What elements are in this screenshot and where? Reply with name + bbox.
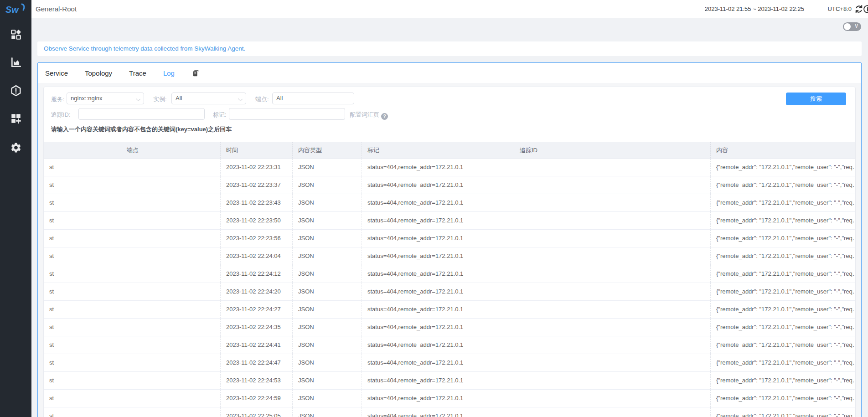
log-widget-card: 服务: nginx::nginx 实例: All 端点: All 搜索 追踪ID… [43, 87, 856, 417]
log-table: 端点时间内容类型标记追踪ID内容 st2023-11-02 22:23:31JS… [44, 142, 855, 417]
cell-time: 2023-11-02 22:24:04 [221, 247, 293, 265]
help-question-icon[interactable]: ? [381, 113, 388, 120]
dashboards-icon [10, 57, 22, 68]
cell-content: {"remote_addr": "172.21.0.1","remote_use… [711, 230, 855, 247]
cell-service: st [44, 194, 121, 211]
table-row[interactable]: st2023-11-02 22:23:56JSONstatus=404,remo… [44, 230, 855, 247]
cell-content: {"remote_addr": "172.21.0.1","remote_use… [711, 265, 855, 283]
sidebar-item-alerting[interactable] [10, 85, 22, 97]
table-row[interactable]: st2023-11-02 22:24:59JSONstatus=404,remo… [44, 390, 855, 407]
vocabulary-link-label: 配置词汇页 [350, 111, 379, 118]
instance-select[interactable]: All [171, 93, 246, 104]
cell-content: {"remote_addr": "172.21.0.1","remote_use… [711, 212, 855, 229]
cell-trace_id [514, 407, 711, 417]
sidebar-item-widgets[interactable] [10, 113, 22, 124]
table-row[interactable]: st2023-11-02 22:24:12JSONstatus=404,remo… [44, 265, 855, 283]
cell-service: st [44, 159, 121, 176]
cell-content: {"remote_addr": "172.21.0.1","remote_use… [711, 247, 855, 265]
endpoint-input-value: All [276, 95, 283, 102]
cell-content_type: JSON [293, 247, 362, 265]
cell-content_type: JSON [293, 372, 362, 389]
service-select[interactable]: nginx::nginx [67, 93, 144, 104]
tab-service[interactable]: Service [45, 69, 68, 77]
cell-endpoint [121, 301, 221, 318]
table-row[interactable]: st2023-11-02 22:24:47JSONstatus=404,remo… [44, 354, 855, 372]
cell-trace_id [514, 301, 711, 318]
tab-log[interactable]: Log [163, 69, 175, 77]
column-header: 内容 [711, 142, 855, 158]
table-row[interactable]: st2023-11-02 22:24:20JSONstatus=404,remo… [44, 283, 855, 301]
cell-tags: status=404,remote_addr=172.21.0.1 [362, 354, 514, 371]
vocabulary-link[interactable]: 配置词汇页? [350, 111, 388, 120]
cell-service: st [44, 336, 121, 354]
time-range[interactable]: 2023-11-02 21:55 ~ 2023-11-02 22:25 [705, 5, 804, 12]
trace-id-input[interactable] [78, 108, 205, 120]
cell-endpoint [121, 319, 221, 336]
sidebar: Sw [0, 0, 31, 417]
table-row[interactable]: st2023-11-02 22:24:27JSONstatus=404,remo… [44, 301, 855, 319]
table-row[interactable]: st2023-11-02 22:23:31JSONstatus=404,remo… [44, 159, 855, 176]
table-row[interactable]: st2023-11-02 22:24:35JSONstatus=404,remo… [44, 319, 855, 336]
cell-content_type: JSON [293, 407, 362, 417]
cell-content: {"remote_addr": "172.21.0.1","remote_use… [711, 372, 855, 389]
cell-content_type: JSON [293, 336, 362, 354]
cell-content: {"remote_addr": "172.21.0.1","remote_use… [711, 319, 855, 336]
cell-tags: status=404,remote_addr=172.21.0.1 [362, 176, 514, 194]
table-row[interactable]: st2023-11-02 22:23:43JSONstatus=404,remo… [44, 194, 855, 212]
cell-content_type: JSON [293, 212, 362, 229]
cell-endpoint [121, 336, 221, 354]
cell-content_type: JSON [293, 265, 362, 283]
service-label: 服务: [51, 95, 65, 103]
table-row[interactable]: st2023-11-02 22:24:53JSONstatus=404,remo… [44, 372, 855, 390]
cell-trace_id [514, 319, 711, 336]
tab-trace[interactable]: Trace [129, 69, 146, 77]
table-row[interactable]: st2023-11-02 22:23:37JSONstatus=404,remo… [44, 176, 855, 194]
svg-text:Sw: Sw [5, 5, 19, 15]
cell-tags: status=404,remote_addr=172.21.0.1 [362, 265, 514, 283]
cell-content_type: JSON [293, 176, 362, 194]
cell-trace_id [514, 265, 711, 283]
cell-endpoint [121, 247, 221, 265]
copy-icon[interactable] [191, 69, 200, 77]
cell-tags: status=404,remote_addr=172.21.0.1 [362, 194, 514, 211]
sidebar-item-dashboards[interactable] [10, 57, 22, 68]
tags-label: 标记: [213, 111, 227, 119]
table-row[interactable]: st2023-11-02 22:24:41JSONstatus=404,remo… [44, 336, 855, 354]
marketplace-icon [10, 29, 22, 41]
cell-content_type: JSON [293, 283, 362, 300]
view-edit-toggle[interactable]: V [843, 22, 861, 31]
tags-input[interactable] [229, 108, 345, 120]
column-header: 内容类型 [293, 142, 362, 158]
chevron-down-icon [238, 97, 243, 101]
table-row[interactable]: st2023-11-02 22:25:05JSONstatus=404,remo… [44, 407, 855, 417]
cell-trace_id [514, 390, 711, 407]
endpoint-label: 端点: [255, 95, 269, 103]
cell-content_type: JSON [293, 194, 362, 211]
trace-id-label: 追踪ID: [51, 111, 71, 119]
cell-tags: status=404,remote_addr=172.21.0.1 [362, 301, 514, 318]
cell-trace_id [514, 336, 711, 354]
cell-service: st [44, 319, 121, 336]
timezone-label[interactable]: UTC+8:0 [828, 5, 852, 12]
cell-endpoint [121, 194, 221, 211]
alerting-icon [10, 85, 22, 97]
skywalking-logo[interactable]: Sw [5, 3, 27, 16]
cell-content: {"remote_addr": "172.21.0.1","remote_use… [711, 390, 855, 407]
sidebar-item-settings[interactable] [10, 142, 22, 154]
refresh-icon[interactable] [854, 5, 863, 14]
search-button[interactable]: 搜索 [786, 93, 846, 105]
table-row[interactable]: st2023-11-02 22:23:50JSONstatus=404,remo… [44, 212, 855, 230]
sidebar-item-marketplace[interactable] [10, 29, 22, 41]
cell-endpoint [121, 176, 221, 194]
cell-tags: status=404,remote_addr=172.21.0.1 [362, 247, 514, 265]
cell-content: {"remote_addr": "172.21.0.1","remote_use… [711, 301, 855, 318]
endpoint-input[interactable]: All [272, 93, 354, 104]
log-table-header: 端点时间内容类型标记追踪ID内容 [44, 142, 855, 159]
tab-topology[interactable]: Topology [85, 69, 112, 77]
cell-time: 2023-11-02 22:24:35 [221, 319, 293, 336]
cell-service: st [44, 230, 121, 247]
cell-time: 2023-11-02 22:23:50 [221, 212, 293, 229]
table-row[interactable]: st2023-11-02 22:24:04JSONstatus=404,remo… [44, 247, 855, 265]
cell-content_type: JSON [293, 159, 362, 176]
info-icon[interactable] [863, 5, 868, 14]
